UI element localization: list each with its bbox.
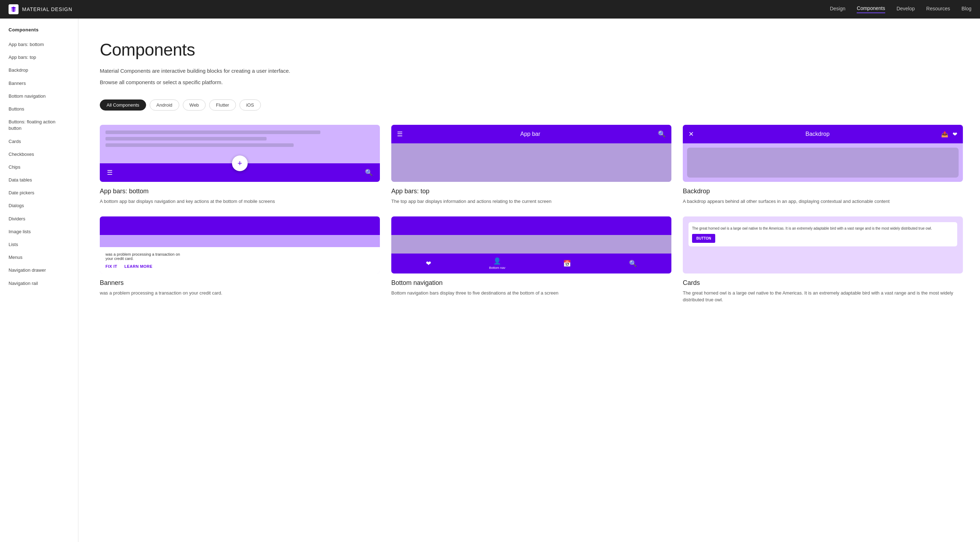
sidebar-item-backdrop[interactable]: Backdrop: [0, 64, 78, 77]
component-card-cards[interactable]: The great horned owl is a large owl nati…: [683, 217, 963, 303]
nav-link-develop[interactable]: Develop: [897, 6, 915, 13]
component-card-backdrop[interactable]: ✕ Backdrop 📤 ❤ BackdropA backdrop appear…: [683, 125, 963, 205]
sidebar-item-dialogs[interactable]: Dialogs: [0, 199, 78, 212]
sidebar-item-navigation-rail[interactable]: Navigation rail: [0, 277, 78, 290]
card-preview-cards: The great horned owl is a large owl nati…: [683, 217, 963, 274]
sidebar-item-dividers[interactable]: Dividers: [0, 212, 78, 225]
filter-chips: All ComponentsAndroidWebFlutteriOS: [100, 99, 963, 110]
sidebar-item-menus[interactable]: Menus: [0, 251, 78, 264]
component-card-bottom-navigation[interactable]: ❤ 👤 Bottom nav 📅 🔍 Bottom navigationBott…: [391, 217, 671, 303]
sidebar-item-checkboxes[interactable]: Checkboxes: [0, 148, 78, 161]
page-title: Components: [100, 40, 963, 59]
sidebar-item-app-bars-bottom[interactable]: App bars: bottom: [0, 38, 78, 51]
main-content: Components Material Components are inter…: [78, 19, 980, 325]
sidebar-item-lists[interactable]: Lists: [0, 238, 78, 251]
sidebar-item-image-lists[interactable]: Image lists: [0, 225, 78, 238]
sidebar-item-buttons-floating-action-button[interactable]: Buttons: floating action button: [0, 116, 78, 135]
card-desc-banners: was a problem processing a transaction o…: [100, 290, 380, 297]
sidebar-item-bottom-navigation[interactable]: Bottom navigation: [0, 90, 78, 103]
nav-link-resources[interactable]: Resources: [926, 6, 950, 13]
filter-chip-all-components[interactable]: All Components: [100, 99, 146, 110]
card-desc-backdrop: A backdrop appears behind all other surf…: [683, 198, 963, 205]
sidebar-item-navigation-drawer[interactable]: Navigation drawer: [0, 264, 78, 277]
filter-chip-ios[interactable]: iOS: [239, 99, 261, 110]
sidebar-items-container: App bars: bottomApp bars: topBackdropBan…: [0, 38, 78, 290]
card-desc-cards: The great horned owl is a large owl nati…: [683, 290, 963, 303]
logo: MATERIAL DESIGN: [8, 4, 72, 14]
card-title-app-bars-bottom: App bars: bottom: [100, 188, 380, 195]
card-title-banners: Banners: [100, 279, 380, 287]
sidebar-item-cards[interactable]: Cards: [0, 135, 78, 148]
card-preview-banners: was a problem processing a transaction o…: [100, 217, 380, 274]
card-title-backdrop: Backdrop: [683, 188, 963, 195]
filter-chip-flutter[interactable]: Flutter: [209, 99, 236, 110]
sidebar-item-date-pickers[interactable]: Date pickers: [0, 187, 78, 199]
nav-link-design[interactable]: Design: [830, 6, 846, 13]
sidebar: Components App bars: bottomApp bars: top…: [0, 19, 78, 325]
page-desc-1: Material Components are interactive buil…: [100, 67, 963, 75]
card-title-bottom-navigation: Bottom navigation: [391, 279, 671, 287]
card-title-app-bars-top: App bars: top: [391, 188, 671, 195]
filter-chip-android[interactable]: Android: [150, 99, 179, 110]
card-preview-app-bars-bottom: ☰ + 🔍: [100, 125, 380, 182]
filter-chip-web[interactable]: Web: [183, 99, 206, 110]
card-desc-app-bars-top: The top app bar displays information and…: [391, 198, 671, 205]
component-card-app-bars-top[interactable]: ☰ App bar 🔍 App bars: topThe top app bar…: [391, 125, 671, 205]
card-preview-app-bars-top: ☰ App bar 🔍: [391, 125, 671, 182]
card-desc-bottom-navigation: Bottom navigation bars display three to …: [391, 290, 671, 297]
component-card-app-bars-bottom[interactable]: ☰ + 🔍 App bars: bottomA bottom app bar d…: [100, 125, 380, 205]
nav-link-components[interactable]: Components: [857, 5, 885, 13]
sidebar-item-data-tables[interactable]: Data tables: [0, 174, 78, 187]
sidebar-item-app-bars-top[interactable]: App bars: top: [0, 51, 78, 64]
cards-grid: ☰ + 🔍 App bars: bottomA bottom app bar d…: [100, 125, 963, 303]
component-card-banners[interactable]: was a problem processing a transaction o…: [100, 217, 380, 303]
top-nav-links: DesignComponentsDevelopResourcesBlog: [830, 5, 972, 13]
sidebar-item-banners[interactable]: Banners: [0, 77, 78, 90]
page-desc-2: Browse all components or select a specif…: [100, 78, 963, 87]
card-desc-app-bars-bottom: A bottom app bar displays navigation and…: [100, 198, 380, 205]
top-nav: MATERIAL DESIGN DesignComponentsDevelopR…: [0, 0, 980, 19]
card-preview-bottom-navigation: ❤ 👤 Bottom nav 📅 🔍: [391, 217, 671, 274]
nav-link-blog[interactable]: Blog: [961, 6, 972, 13]
sidebar-title: Components: [0, 27, 78, 38]
card-preview-backdrop: ✕ Backdrop 📤 ❤: [683, 125, 963, 182]
logo-text: MATERIAL DESIGN: [22, 6, 72, 12]
card-title-cards: Cards: [683, 279, 963, 287]
sidebar-item-chips[interactable]: Chips: [0, 161, 78, 174]
page-layout: Components App bars: bottomApp bars: top…: [0, 19, 980, 325]
sidebar-item-buttons[interactable]: Buttons: [0, 103, 78, 116]
logo-icon: [8, 4, 19, 14]
